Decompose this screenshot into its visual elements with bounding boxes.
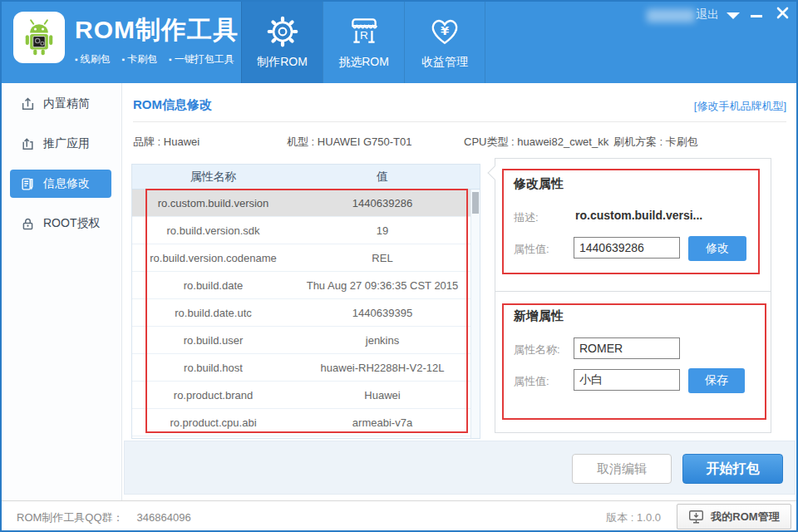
sidebar-item-label: 信息修改 [43, 176, 90, 191]
add-value-label: 属性值: [514, 374, 549, 389]
page-title: ROM信息修改 [133, 97, 212, 113]
modify-value-label: 属性值: [514, 242, 549, 257]
app-subtitle: 线刷包 卡刷包 一键打包工具 [75, 52, 239, 66]
table-header: 属性名称 值 [132, 165, 480, 190]
nav-label: 挑选ROM [338, 55, 389, 70]
user-menu-caret-icon[interactable] [727, 12, 740, 19]
title-divider [133, 121, 786, 122]
subtitle-item: 卡刷包 [122, 52, 158, 66]
sidebar-item-builtin-trim[interactable]: 内置精简 [10, 90, 111, 118]
rom-shop-icon: R [347, 14, 382, 49]
table-row[interactable]: ro.custom.build.version 1440639286 [132, 190, 480, 217]
nav-pick-rom[interactable]: R 挑选ROM [323, 0, 404, 83]
qq-group-number: 346864096 [137, 511, 191, 524]
main-content: ROM信息修改 [修改手机品牌机型] 品牌 : Huawei 机型 : HUAW… [122, 83, 798, 500]
svg-text:¥: ¥ [441, 22, 450, 37]
nav-revenue[interactable]: ¥ 收益管理 [404, 0, 485, 83]
close-button[interactable] [776, 7, 789, 22]
modify-value-input[interactable] [574, 237, 680, 259]
monitor-download-icon [688, 510, 704, 525]
table-row[interactable]: ro.build.user jenkins [132, 327, 480, 354]
subtitle-item: 一键打包工具 [169, 52, 234, 66]
lock-icon [21, 217, 35, 231]
add-name-input[interactable] [574, 337, 680, 359]
box-promote-icon [21, 137, 35, 151]
nav-label: 制作ROM [257, 55, 308, 70]
top-nav: 制作ROM R 挑选ROM ¥ 收益管理 [241, 0, 485, 83]
desc-label: 描述: [514, 210, 539, 225]
property-table: 属性名称 值 ro.custom.build.version 144063928… [131, 164, 480, 439]
body-area: 内置精简 推广应用 信 [0, 83, 798, 500]
nav-make-rom[interactable]: 制作ROM [241, 0, 323, 83]
footer-bar: ROM制作工具QQ群：346864096 版本 : 1.0.0 我的ROM管理 [0, 500, 798, 532]
header-bar: ROM制作工具 线刷包 卡刷包 一键打包工具 制作ROM [0, 0, 798, 83]
add-name-label: 属性名称: [514, 342, 560, 357]
document-edit-icon [21, 177, 35, 191]
flash-scheme: 刷机方案 : 卡刷包 [613, 135, 698, 150]
sidebar-item-label: 内置精简 [43, 96, 90, 111]
device-cpu-type: CPU类型 : huawei82_cwet_kk [464, 135, 608, 150]
table-row[interactable]: ro.build.version.sdk 19 [132, 217, 480, 244]
sidebar-item-label: 推广应用 [43, 136, 90, 151]
minimize-button[interactable] [751, 15, 762, 17]
heart-yuan-icon: ¥ [427, 14, 462, 49]
qq-group-info: ROM制作工具QQ群：346864096 [17, 510, 191, 525]
sidebar-item-label: ROOT授权 [43, 216, 100, 231]
column-header-name: 属性名称 [132, 170, 294, 185]
device-model: 机型 : HUAWEI G750-T01 [287, 135, 412, 150]
sidebar-item-root-auth[interactable]: ROOT授权 [10, 209, 111, 238]
edit-brand-model-link[interactable]: [修改手机品牌机型] [694, 99, 786, 114]
add-section-title: 新增属性 [514, 308, 564, 324]
start-package-button[interactable]: 开始打包 [682, 454, 783, 484]
close-icon [776, 7, 789, 19]
table-row[interactable]: ro.build.date Thu Aug 27 09:36:35 CST 20… [132, 272, 480, 299]
box-upload-icon [21, 97, 35, 111]
version-label: 版本 : 1.0.0 [606, 510, 661, 525]
column-header-value: 值 [294, 170, 480, 185]
app-window: ROM制作工具 线刷包 卡刷包 一键打包工具 制作ROM [0, 0, 798, 532]
table-row[interactable]: ro.build.date.utc 1440639395 [132, 299, 480, 327]
nav-label: 收益管理 [421, 55, 468, 70]
table-row[interactable]: ro.build.host huawei-RH2288H-V2-12L [132, 354, 480, 382]
table-scrollbar[interactable] [470, 190, 480, 438]
table-row[interactable]: ro.build.version.codename REL [132, 244, 480, 272]
save-button[interactable]: 保存 [688, 368, 745, 393]
svg-text:R: R [360, 29, 368, 42]
table-row[interactable]: ro.product.brand Huawei [132, 382, 480, 409]
add-value-input[interactable] [574, 369, 680, 391]
gear-icon [265, 14, 300, 49]
sidebar: 内置精简 推广应用 信 [0, 83, 122, 500]
cancel-edit-button[interactable]: 取消编辑 [572, 454, 672, 484]
device-brand: 品牌 : Huawei [133, 135, 200, 150]
logout-link[interactable]: 退出 [696, 7, 719, 22]
subtitle-item: 线刷包 [75, 52, 111, 66]
table-row[interactable]: ro.product.cpu.abi armeabi-v7a [132, 409, 480, 436]
modify-section-title: 修改属性 [514, 176, 564, 192]
modify-button[interactable]: 修改 [688, 236, 746, 261]
android-robot-icon [16, 14, 62, 61]
my-rom-manage-button[interactable]: 我的ROM管理 [677, 504, 791, 530]
sidebar-item-promote-apps[interactable]: 推广应用 [10, 130, 111, 158]
username-redacted [647, 9, 695, 22]
sidebar-item-info-edit[interactable]: 信息修改 [10, 170, 111, 198]
desc-value: ro.custom.build.versi... [575, 209, 702, 222]
app-title-block: ROM制作工具 线刷包 卡刷包 一键打包工具 [75, 13, 239, 66]
panel-divider [495, 291, 771, 292]
app-logo [13, 12, 65, 63]
app-title: ROM制作工具 [75, 13, 239, 47]
scrollbar-thumb[interactable] [472, 192, 479, 214]
